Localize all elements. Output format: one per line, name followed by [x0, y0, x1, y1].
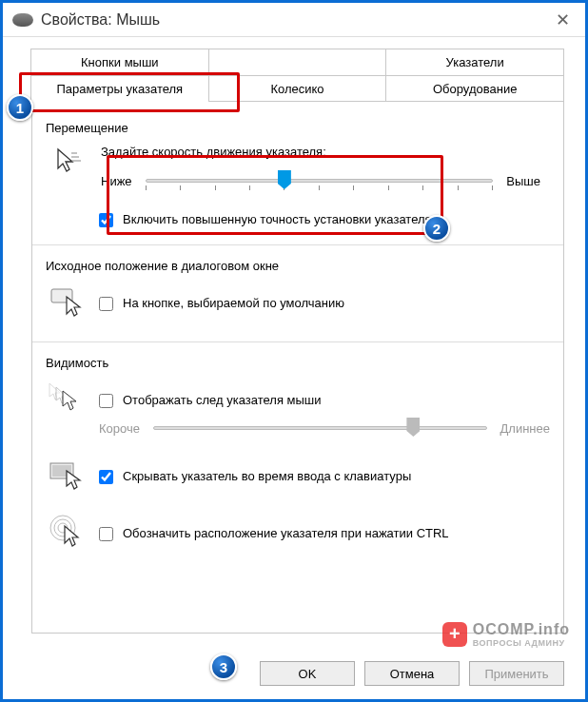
trails-checkbox[interactable]: [99, 394, 113, 408]
cursor-speed-icon: [46, 139, 91, 185]
tab-pointers[interactable]: Указатели: [385, 49, 564, 75]
ctrl-locate-row[interactable]: Обозначить расположение указателя при на…: [99, 526, 550, 541]
mouse-properties-window: Свойства: Мышь ✕ Кнопки мыши Указатели П…: [0, 0, 588, 702]
ctrl-locate-checkbox[interactable]: [99, 527, 113, 541]
ctrl-locate-icon: [46, 509, 91, 555]
window-title: Свойства: Мышь: [41, 11, 160, 29]
ctrl-locate-label: Обозначить расположение указателя при на…: [123, 526, 449, 540]
snap-to-button-icon: [46, 279, 91, 324]
snap-default-row[interactable]: На кнопке, выбираемой по умолчанию: [99, 296, 550, 311]
visibility-group: Видимость: [46, 356, 550, 555]
snap-group: Исходное положение в диалоговом окне На …: [46, 259, 550, 324]
pointer-options-panel: Перемещение Задайте скорость движения ук…: [31, 101, 564, 634]
movement-group: Перемещение Задайте скорость движения ук…: [46, 121, 550, 227]
tab-hardware[interactable]: Оборудование: [385, 75, 564, 102]
speed-fast-label: Выше: [506, 174, 540, 188]
tab-bar: Кнопки мыши Указатели Параметры указател…: [31, 49, 564, 102]
tab-wheel[interactable]: Колесико: [208, 75, 387, 102]
apply-button[interactable]: Применить: [469, 661, 564, 686]
hide-while-typing-icon: [46, 452, 91, 497]
hide-typing-label: Скрывать указатель во время ввода с клав…: [123, 469, 411, 483]
enhance-precision-checkbox[interactable]: [99, 213, 113, 227]
divider: [32, 244, 563, 245]
tab-empty: [208, 49, 387, 75]
hide-typing-checkbox[interactable]: [99, 470, 113, 484]
pointer-speed-slider[interactable]: [146, 168, 494, 193]
tab-buttons[interactable]: Кнопки мыши: [30, 49, 209, 75]
dialog-buttons: OK Отмена Применить: [260, 661, 564, 686]
visibility-group-label: Видимость: [46, 356, 550, 370]
pointer-trails-icon: [46, 376, 91, 421]
ok-button[interactable]: OK: [260, 661, 355, 686]
trails-label: Отображать след указателя мыши: [123, 393, 322, 407]
cancel-button[interactable]: Отмена: [364, 661, 460, 686]
trails-long-label: Длиннее: [500, 421, 550, 436]
speed-slow-label: Ниже: [101, 174, 132, 188]
enhance-precision-label: Включить повышенную точность установки у…: [123, 212, 432, 226]
speed-label: Задайте скорость движения указателя:: [101, 145, 540, 159]
snap-group-label: Исходное положение в диалоговом окне: [46, 259, 550, 273]
divider: [32, 341, 563, 342]
movement-group-label: Перемещение: [46, 121, 550, 135]
trails-row[interactable]: Отображать след указателя мыши: [99, 393, 550, 408]
titlebar: Свойства: Мышь ✕: [3, 3, 585, 37]
snap-default-label: На кнопке, выбираемой по умолчанию: [123, 296, 344, 310]
close-icon[interactable]: ✕: [553, 10, 572, 29]
mouse-icon: [12, 13, 33, 27]
trails-slider: [153, 416, 487, 440]
tab-pointer-options[interactable]: Параметры указателя: [30, 75, 209, 102]
trails-short-label: Короче: [99, 421, 140, 436]
enhance-precision-row[interactable]: Включить повышенную точность установки у…: [99, 212, 550, 227]
snap-default-checkbox[interactable]: [99, 297, 113, 311]
hide-typing-row[interactable]: Скрывать указатель во время ввода с клав…: [99, 469, 550, 484]
